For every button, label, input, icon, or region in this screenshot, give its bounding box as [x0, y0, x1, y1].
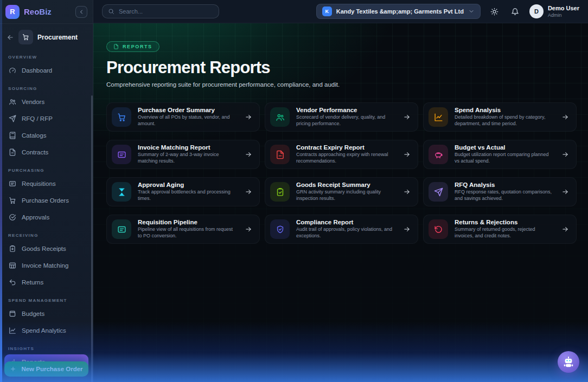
- section-label-spend-management: SPEND MANAGEMENT: [8, 298, 85, 303]
- arrow-right-icon: [245, 188, 252, 196]
- card-title: Requisition Pipeline: [138, 219, 238, 225]
- page-subtitle: Comprehensive reporting suite for procur…: [106, 81, 575, 88]
- card-title: Returns & Rejections: [455, 219, 555, 225]
- report-card-spend-analysis[interactable]: Spend Analysis Detailed breakdown of spe…: [423, 102, 577, 132]
- sidebar-item-label: Returns: [22, 279, 43, 286]
- cart-icon: [9, 197, 16, 204]
- theme-toggle-button[interactable]: [488, 5, 501, 18]
- user-role: Admin: [548, 12, 579, 18]
- card-icon-tile: [429, 219, 448, 239]
- module-label: Procurement: [37, 34, 78, 41]
- report-card-invoice-matching-report[interactable]: Invoice Matching Report Summary of 2-way…: [106, 140, 260, 169]
- section-label-overview: OVERVIEW: [8, 55, 85, 60]
- back-button[interactable]: [7, 34, 14, 41]
- card-title: Purchase Order Summary: [138, 107, 238, 113]
- search-box[interactable]: [102, 4, 219, 18]
- file-minus-icon: [276, 150, 285, 159]
- line-chart-icon: [434, 113, 443, 122]
- clipboard-check-icon: [276, 187, 285, 197]
- arrow-right-icon: [245, 113, 252, 121]
- users-icon: [276, 113, 285, 122]
- company-selector[interactable]: K Kandy Textiles &amp;amp; Garments Pvt …: [316, 4, 481, 19]
- chevron-down-icon: [468, 8, 475, 15]
- arrow-left-icon: [7, 34, 14, 41]
- card-icon-tile: [270, 107, 290, 127]
- sidebar-item-invoice-matching[interactable]: Invoice Matching: [4, 258, 88, 273]
- sidebar: R ReoBiz Procurement OVERVIEW Dashboard …: [0, 0, 93, 382]
- sidebar-item-contracts[interactable]: Contracts: [4, 145, 88, 160]
- sidebar-collapse-button[interactable]: [75, 6, 87, 18]
- section-label-insights: INSIGHTS: [8, 346, 85, 351]
- card-title: Vendor Performance: [296, 107, 397, 113]
- card-icon-tile: [429, 107, 448, 127]
- sidebar-item-rfq-rfp[interactable]: RFQ / RFP: [4, 111, 88, 126]
- user-menu[interactable]: D Demo User Admin: [529, 4, 579, 18]
- arrow-right-icon: [403, 225, 411, 233]
- sidebar-item-returns[interactable]: Returns: [4, 275, 88, 290]
- report-card-approval-aging[interactable]: Approval Aging Track approval bottleneck…: [106, 177, 260, 206]
- sidebar-item-dashboard[interactable]: Dashboard: [4, 63, 88, 78]
- card-icon-tile: [112, 182, 131, 202]
- page-title: Procurement Reports: [106, 58, 575, 77]
- card-title: Contract Expiry Report: [296, 144, 397, 151]
- cart-icon: [117, 113, 126, 122]
- sidebar-item-budgets[interactable]: Budgets: [4, 306, 88, 321]
- search-input[interactable]: [119, 8, 213, 15]
- new-purchase-order-button[interactable]: New Purchase Order: [4, 361, 88, 377]
- search-icon: [108, 8, 114, 15]
- return-arrow-icon: [9, 279, 16, 286]
- shield-check-icon: [276, 225, 285, 234]
- cart-icon: [22, 34, 29, 41]
- user-name: Demo User: [548, 5, 579, 12]
- sidebar-item-purchase-orders[interactable]: Purchase Orders: [4, 193, 88, 208]
- sidebar-item-goods-receipts[interactable]: Goods Receipts: [4, 241, 88, 256]
- card-icon-tile: [270, 219, 290, 239]
- sidebar-item-label: Requisitions: [22, 180, 56, 187]
- paper-plane-icon: [434, 187, 443, 197]
- card-description: Detailed breakdown of spend by category,…: [455, 114, 555, 127]
- assistant-button[interactable]: [558, 351, 579, 373]
- card-description: GRN activity summary including quality i…: [296, 189, 397, 202]
- notifications-button[interactable]: [509, 5, 522, 18]
- report-card-purchase-order-summary[interactable]: Purchase Order Summary Overview of all P…: [106, 102, 260, 132]
- arrow-right-icon: [561, 151, 569, 158]
- sidebar-item-label: Spend Analytics: [22, 327, 66, 334]
- report-card-returns-rejections[interactable]: Returns & Rejections Summary of returned…: [423, 215, 577, 244]
- sidebar-item-label: RFQ / RFP: [22, 115, 53, 122]
- sidebar-item-catalogs[interactable]: Catalogs: [4, 128, 88, 143]
- bell-icon: [511, 8, 519, 16]
- company-avatar: K: [322, 7, 332, 16]
- sidebar-item-label: Approvals: [22, 214, 49, 221]
- sidebar-item-spend-analytics[interactable]: Spend Analytics: [4, 323, 88, 338]
- report-card-goods-receipt-summary[interactable]: Goods Receipt Summary GRN activity summa…: [265, 177, 418, 206]
- sidebar-item-approvals[interactable]: Approvals: [4, 210, 88, 225]
- arrow-right-icon: [403, 188, 411, 196]
- sidebar-item-requisitions[interactable]: Requisitions: [4, 176, 88, 191]
- module-header: Procurement: [0, 24, 93, 47]
- report-card-compliance-report[interactable]: Compliance Report Audit trail of approva…: [265, 215, 418, 244]
- sidebar-item-label: Purchase Orders: [22, 197, 69, 204]
- report-card-budget-vs-actual[interactable]: Budget vs Actual Budget utilization repo…: [423, 140, 577, 169]
- clipboard-down-icon: [9, 245, 16, 252]
- new-purchase-order-label: New Purchase Order: [21, 366, 82, 372]
- card-icon-tile: [112, 145, 131, 164]
- reports-badge-label: REPORTS: [123, 44, 152, 49]
- section-label-purchasing: PURCHASING: [8, 168, 85, 173]
- report-card-requisition-pipeline[interactable]: Requisition Pipeline Pipeline view of al…: [106, 215, 260, 244]
- paper-plane-icon: [9, 115, 16, 122]
- list-icon: [117, 150, 126, 159]
- sun-icon: [490, 8, 498, 16]
- card-title: Spend Analysis: [455, 107, 555, 113]
- sidebar-item-label: Invoice Matching: [22, 262, 68, 269]
- report-card-rfq-analysis[interactable]: RFQ Analysis RFQ response rates, quotati…: [423, 177, 577, 206]
- book-icon: [9, 132, 16, 139]
- rotate-icon: [434, 225, 443, 234]
- card-title: Goods Receipt Summary: [296, 182, 397, 188]
- sidebar-item-vendors[interactable]: Vendors: [4, 94, 88, 109]
- card-description: Audit trail of approvals, policy violati…: [296, 226, 397, 239]
- report-card-vendor-performance[interactable]: Vendor Performance Scorecard of vendor d…: [265, 102, 418, 132]
- robot-icon: [563, 356, 574, 368]
- card-icon-tile: [429, 182, 448, 202]
- report-card-contract-expiry-report[interactable]: Contract Expiry Report Contracts approac…: [265, 140, 418, 169]
- sidebar-scrollbar[interactable]: [91, 95, 93, 382]
